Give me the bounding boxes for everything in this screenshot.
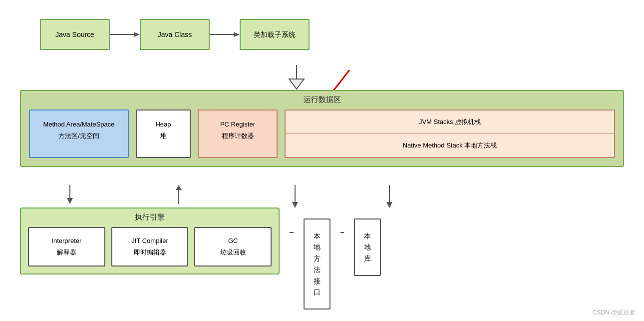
native-interface-label: 本地方法接口 [314,232,321,296]
native-method-stack-box: Native Method Stack 本地方法栈 [286,134,614,157]
pc-register-box: PC Register 程序计数器 [198,110,278,158]
exec-to-native-arrow [290,228,294,238]
native-interface-box: 本地方法接口 [304,218,330,310]
heap-line2: 堆 [151,130,176,142]
gc-box: GC 垃圾回收 [194,227,272,266]
diagram-container: Java Source Java Class 类加载子系统 [0,0,644,321]
svg-marker-9 [67,198,73,204]
interpreter-line2: 解释器 [36,246,97,258]
heap-up-arrow [174,185,189,205]
jit-line1: JIT Compiler [119,235,181,246]
interpreter-line1: Interpreter [36,235,97,246]
native-library-label: 本地库 [364,232,371,262]
bottom-section: 执行引擎 Interpreter 解释器 JIT Compiler 即时编辑器 … [20,208,381,310]
exec-label: 执行引擎 [28,212,272,222]
method-area-down-arrow [65,185,80,205]
heap-box: Heap 堆 [136,110,191,158]
jit-line2: 即时编辑器 [119,246,181,258]
right-stacked: JVM Stacks 虚拟机栈 Native Method Stack 本地方法… [285,110,615,158]
svg-marker-11 [176,185,182,190]
method-area-box: Method Area/MateSpace 方法区/元空间 [29,110,129,158]
right-stack-down-arrow [384,185,399,210]
native-to-lib-arrow [340,228,344,238]
method-area-line2: 方法区/元空间 [40,130,118,142]
runtime-area: 运行数据区 Method Area/MateSpace 方法区/元空间 Heap… [20,90,624,167]
runtime-label: 运行数据区 [29,95,615,104]
exec-inner: Interpreter 解释器 JIT Compiler 即时编辑器 GC 垃圾… [28,227,272,266]
pc-register-line2: 程序计数器 [208,130,268,142]
exec-area: 执行引擎 Interpreter 解释器 JIT Compiler 即时编辑器 … [20,208,280,274]
gc-line1: GC [202,235,264,246]
svg-marker-17 [292,202,298,208]
interpreter-box: Interpreter 解释器 [28,227,105,266]
pc-register-line1: PC Register [208,118,268,130]
native-library-box: 本地库 [354,218,381,276]
pc-down-arrow [290,185,305,210]
gc-line2: 垃圾回收 [202,246,264,258]
watermark: CSDN @追豆者 [592,308,635,317]
jvm-stacks-box: JVM Stacks 虚拟机栈 [286,110,614,134]
jit-compiler-box: JIT Compiler 即时编辑器 [111,227,189,266]
heap-line1: Heap [151,118,176,130]
jvm-stacks-label: JVM Stacks 虚拟机栈 [419,118,481,126]
native-method-stack-label: Native Method Stack 本地方法栈 [403,142,497,149]
method-area-line1: Method Area/MateSpace [40,118,118,130]
svg-marker-19 [386,202,392,208]
